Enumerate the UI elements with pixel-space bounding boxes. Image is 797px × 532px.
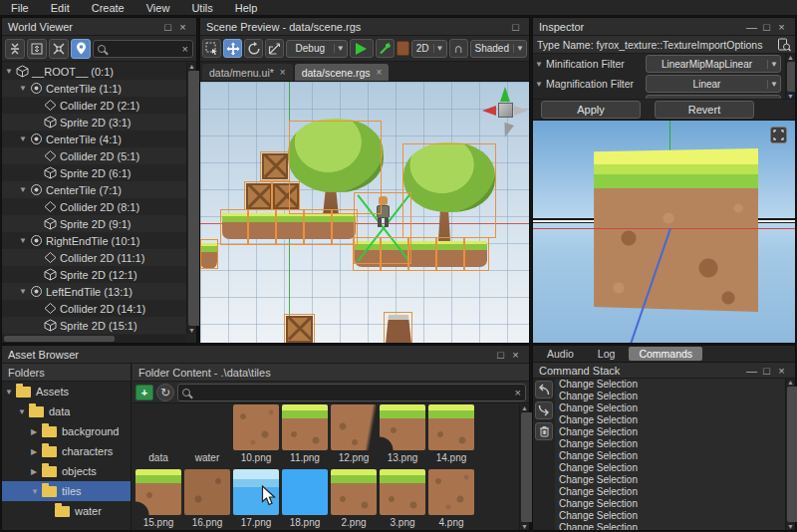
scene-tab[interactable]: data/scene.rgs × bbox=[295, 64, 390, 81]
asset-thumbnail[interactable] bbox=[184, 469, 230, 515]
close-icon[interactable]: × bbox=[774, 365, 789, 377]
dimension-dropdown[interactable]: 2D ▼ bbox=[411, 40, 447, 58]
asset-search-input[interactable] bbox=[194, 387, 511, 399]
command-stack-item[interactable]: Change Selection bbox=[555, 391, 785, 402]
expander-icon[interactable]: ▼ bbox=[19, 287, 30, 296]
expander-icon[interactable]: ▼ bbox=[5, 388, 16, 397]
asset-item[interactable]: 15.png bbox=[134, 469, 182, 530]
menu-item[interactable]: Utils bbox=[180, 1, 223, 15]
tree-node-row[interactable]: Sprite 2D (15:1) bbox=[2, 317, 186, 334]
fit-view-button[interactable] bbox=[770, 127, 787, 143]
asset-thumbnail[interactable] bbox=[428, 404, 474, 450]
scroll-up-icon[interactable]: ▲ bbox=[786, 379, 795, 386]
expander-icon[interactable]: ▼ bbox=[535, 100, 544, 101]
menu-item[interactable]: View bbox=[135, 1, 181, 15]
tree-node-row[interactable]: Collider 2D (11:1) bbox=[2, 249, 186, 266]
scroll-thumb[interactable] bbox=[787, 62, 795, 92]
command-stack-item[interactable]: Change Selection bbox=[555, 510, 785, 522]
menu-item[interactable]: Create bbox=[81, 1, 135, 15]
scroll-up-icon[interactable]: ▲ bbox=[786, 54, 795, 61]
tree-node-row[interactable]: Collider 2D (2:1) bbox=[2, 97, 186, 114]
scene-tab[interactable]: data/menu.ui* × bbox=[202, 64, 293, 81]
expander-icon[interactable]: ▼ bbox=[19, 84, 30, 93]
scroll-up-icon[interactable]: ▲ bbox=[187, 63, 196, 70]
world-viewer-hscrollbar[interactable] bbox=[2, 335, 186, 343]
close-icon[interactable]: × bbox=[774, 21, 789, 33]
camera-mode-dropdown[interactable]: Debug ▼ bbox=[286, 40, 348, 58]
minimize-icon[interactable]: — bbox=[744, 21, 759, 33]
move-tool-button[interactable] bbox=[223, 39, 242, 58]
bottom-tab[interactable]: Log bbox=[588, 347, 626, 361]
scroll-up-icon[interactable]: ▲ bbox=[520, 404, 529, 411]
apply-button[interactable]: Apply bbox=[541, 101, 641, 119]
tree-node-row[interactable]: Sprite 2D (6:1) bbox=[2, 164, 186, 181]
play-button[interactable] bbox=[350, 39, 374, 58]
expander-icon[interactable]: ▼ bbox=[31, 487, 42, 496]
tree-node-row[interactable]: ▼ CenterTile (4:1) bbox=[2, 131, 186, 147]
clear-search-icon[interactable]: × bbox=[182, 43, 188, 55]
command-stack-item[interactable]: Change Selection bbox=[555, 474, 785, 486]
asset-item[interactable]: 13.png bbox=[379, 404, 426, 468]
folder-tree-row[interactable]: ▶ characters bbox=[2, 441, 131, 461]
menu-item[interactable]: Edit bbox=[40, 1, 81, 15]
folder-tree-row[interactable]: ▼ tiles bbox=[2, 481, 131, 501]
command-stack-item[interactable]: Change Selection bbox=[555, 379, 785, 391]
gizmo-y-handle[interactable] bbox=[500, 87, 510, 102]
gizmo-center-cube[interactable] bbox=[498, 103, 513, 118]
clear-stack-button[interactable] bbox=[535, 422, 553, 440]
expander-icon[interactable]: ▼ bbox=[535, 80, 544, 89]
tree-node-row[interactable]: Sprite 2D (3:1) bbox=[2, 114, 186, 131]
scroll-down-icon[interactable]: ▼ bbox=[786, 523, 795, 530]
expander-icon[interactable]: ▼ bbox=[19, 185, 30, 194]
folder-tree-row[interactable]: ▼ data bbox=[2, 401, 131, 421]
expander-icon[interactable]: ▼ bbox=[19, 236, 30, 245]
property-dropdown[interactable]: Repeat ▼ bbox=[646, 95, 781, 100]
property-dropdown[interactable]: LinearMipMapLinear ▼ bbox=[646, 55, 781, 73]
folder-tree-row[interactable]: ▶ background bbox=[2, 421, 131, 441]
folder-tree-row[interactable]: ▼ Assets bbox=[2, 382, 131, 401]
maximize-icon[interactable]: □ bbox=[759, 21, 774, 33]
expander-icon[interactable]: ▼ bbox=[535, 60, 544, 69]
hscroll-thumb[interactable] bbox=[4, 336, 115, 342]
expander-icon[interactable]: ▶ bbox=[31, 427, 42, 436]
folder-tree-row[interactable]: water bbox=[2, 501, 131, 521]
asset-item[interactable]: 10.png bbox=[232, 404, 280, 468]
texture-preview[interactable] bbox=[533, 120, 795, 343]
asset-item[interactable]: 16.png bbox=[183, 469, 231, 530]
close-tab-icon[interactable]: × bbox=[377, 67, 383, 78]
command-stack-item[interactable]: Change Selection bbox=[555, 426, 785, 438]
transform-gizmo[interactable] bbox=[481, 86, 529, 137]
command-stack-item[interactable]: Change Selection bbox=[555, 414, 785, 426]
properties-scrollbar[interactable]: ▲ ▼ bbox=[785, 54, 795, 100]
maximize-icon[interactable]: □ bbox=[759, 365, 774, 377]
gizmo-x-neg-handle[interactable] bbox=[482, 106, 496, 116]
property-dropdown[interactable]: Linear ▼ bbox=[646, 75, 781, 93]
expander-icon[interactable]: ▼ bbox=[18, 407, 29, 416]
rotate-tool-button[interactable] bbox=[244, 39, 263, 58]
asset-thumbnail[interactable] bbox=[331, 469, 377, 515]
close-tab-icon[interactable]: × bbox=[280, 67, 286, 78]
tree-node-row[interactable]: Sprite 2D (12:1) bbox=[2, 266, 186, 283]
command-stack-item[interactable]: Change Selection bbox=[555, 450, 785, 462]
bottom-tab[interactable]: Commands bbox=[629, 347, 702, 361]
maximize-icon[interactable]: □ bbox=[493, 349, 508, 361]
world-viewer-search-input[interactable] bbox=[110, 43, 178, 55]
tree-node-row[interactable]: ▼ CenterTile (7:1) bbox=[2, 181, 186, 198]
maximize-icon[interactable]: □ bbox=[160, 21, 175, 33]
tree-node-row[interactable]: Collider 2D (8:1) bbox=[2, 198, 186, 215]
asset-thumbnail[interactable] bbox=[184, 404, 230, 450]
build-button[interactable] bbox=[376, 39, 395, 58]
asset-item[interactable]: 2.png bbox=[330, 469, 378, 530]
maximize-icon[interactable]: □ bbox=[508, 21, 523, 33]
undo-button[interactable] bbox=[535, 381, 553, 399]
collapse-all-button[interactable] bbox=[5, 39, 25, 59]
folder-tree-row[interactable]: ▶ objects bbox=[2, 461, 131, 481]
select-tool-button[interactable] bbox=[202, 39, 221, 58]
close-icon[interactable]: × bbox=[175, 21, 190, 33]
asset-thumbnail[interactable] bbox=[428, 469, 474, 515]
asset-item[interactable]: 3.png bbox=[379, 469, 426, 530]
asset-thumbnail[interactable] bbox=[282, 404, 328, 450]
refresh-button[interactable]: ↻ bbox=[156, 384, 174, 401]
asset-thumbnail[interactable] bbox=[135, 469, 181, 515]
scroll-down-icon[interactable]: ▼ bbox=[187, 327, 196, 334]
